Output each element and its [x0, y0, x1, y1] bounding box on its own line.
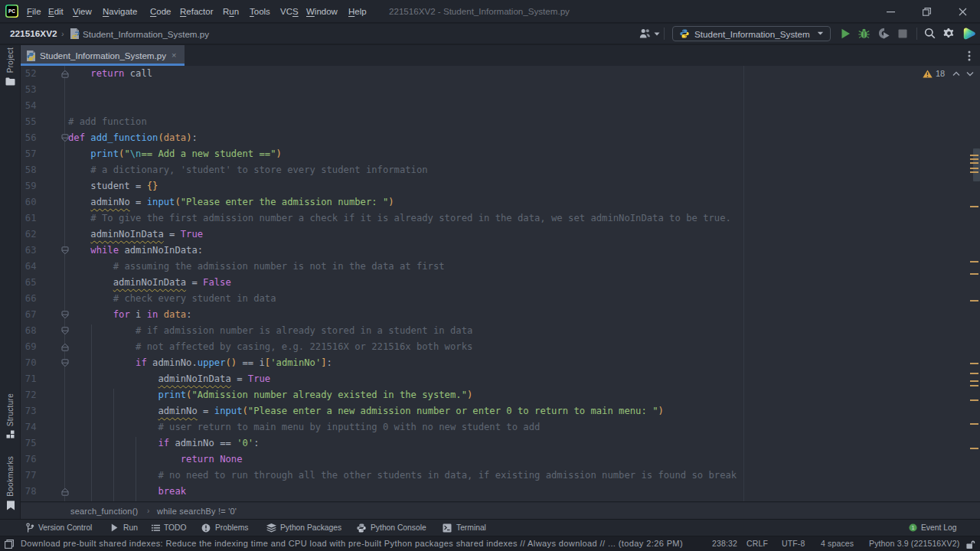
- code-line-77[interactable]: 77 # no need to run through all the othe…: [21, 468, 980, 484]
- line-number-54[interactable]: 54: [21, 98, 37, 114]
- fold-marker-start-70[interactable]: [61, 359, 69, 367]
- menu-file[interactable]: File: [27, 0, 41, 23]
- tab-student-information-system[interactable]: Student_Information_System.py ×: [21, 45, 185, 66]
- fold-marker-start-56[interactable]: [61, 134, 69, 142]
- settings-gear-icon[interactable]: [943, 28, 955, 39]
- sidebar-item-bookmarks[interactable]: Bookmarks: [0, 456, 21, 510]
- code-line-69[interactable]: 69 # not affected by casing, e.g. 221516…: [21, 339, 980, 355]
- menu-edit[interactable]: Edit: [48, 0, 64, 23]
- line-number-58[interactable]: 58: [21, 162, 37, 178]
- fold-marker-end-69[interactable]: [61, 343, 69, 351]
- restore-button[interactable]: [913, 0, 939, 23]
- menu-vcs[interactable]: VCS: [280, 0, 299, 23]
- code-line-66[interactable]: 66 # check every student in data: [21, 291, 980, 307]
- line-number-61[interactable]: 61: [21, 210, 37, 227]
- debug-button[interactable]: [858, 28, 870, 39]
- line-number-63[interactable]: 63: [21, 243, 37, 259]
- more-options-icon[interactable]: [968, 51, 971, 61]
- inspections-widget[interactable]: 18: [923, 69, 974, 78]
- line-number-69[interactable]: 69: [21, 339, 37, 355]
- menu-tools[interactable]: Tools: [250, 0, 270, 23]
- code-line-72[interactable]: 72 print("Admission number already exist…: [21, 387, 980, 403]
- line-number-52[interactable]: 52: [21, 66, 37, 82]
- code-line-73[interactable]: 73 adminNo = input("Please enter a new a…: [21, 403, 980, 419]
- fold-marker-start-68[interactable]: [61, 327, 69, 335]
- line-number-55[interactable]: 55: [21, 114, 37, 130]
- notification-window-icon[interactable]: [5, 540, 14, 549]
- code-line-67[interactable]: 67 for i in data:: [21, 307, 980, 323]
- status-message[interactable]: Download pre-built shared indexes: Reduc…: [21, 536, 683, 551]
- toolwindow-button-problems[interactable]: Problems: [201, 520, 249, 536]
- fold-marker-end-78[interactable]: [61, 487, 69, 496]
- menu-help[interactable]: Help: [348, 0, 367, 23]
- breadcrumb-item-0[interactable]: search_function(): [70, 503, 138, 520]
- close-window-button[interactable]: [949, 0, 975, 23]
- code-line-56[interactable]: 56def add_function(data):: [21, 130, 980, 146]
- line-number-60[interactable]: 60: [21, 194, 37, 210]
- toolwindow-button-todo[interactable]: TODO: [152, 520, 187, 536]
- status-widget-file-encoding[interactable]: UTF-8: [782, 536, 805, 551]
- code-line-70[interactable]: 70 if adminNo.upper() == i['adminNo']:: [21, 355, 980, 371]
- line-number-72[interactable]: 72: [21, 387, 37, 403]
- line-number-73[interactable]: 73: [21, 403, 37, 419]
- code-line-75[interactable]: 75 if adminNo == '0':: [21, 435, 980, 452]
- unlocked-padlock-icon[interactable]: [965, 540, 975, 549]
- tab-close-icon[interactable]: ×: [172, 51, 176, 60]
- code-line-54[interactable]: 54: [21, 98, 980, 114]
- code-line-53[interactable]: 53: [21, 82, 980, 98]
- breadcrumb-project[interactable]: 221516XV2: [10, 24, 57, 44]
- code-line-63[interactable]: 63 while adminNoInData:: [21, 243, 980, 259]
- code-line-76[interactable]: 76 return None: [21, 452, 980, 468]
- code-line-52[interactable]: 52 return call: [21, 66, 980, 82]
- code-line-58[interactable]: 58 # a dictionary, 'student' to store ev…: [21, 162, 980, 178]
- sidebar-item-structure[interactable]: Structure: [0, 393, 21, 439]
- menu-window[interactable]: Window: [306, 0, 338, 23]
- menu-refactor[interactable]: Refactor: [180, 0, 213, 23]
- code-line-65[interactable]: 65 adminNoInData = False: [21, 275, 980, 291]
- menu-navigate[interactable]: Navigate: [103, 0, 137, 23]
- minimize-button[interactable]: [877, 0, 903, 23]
- code-line-59[interactable]: 59 student = {}: [21, 178, 980, 194]
- toolwindow-button-python-console[interactable]: Python Console: [357, 520, 426, 536]
- code-line-61[interactable]: 61 # To give the first admission number …: [21, 210, 980, 227]
- line-number-77[interactable]: 77: [21, 468, 37, 484]
- space-plugin-icon[interactable]: [962, 27, 976, 41]
- code-line-64[interactable]: 64 # assuming the admission number is no…: [21, 259, 980, 275]
- code-line-71[interactable]: 71 adminNoInData = True: [21, 371, 980, 387]
- line-number-71[interactable]: 71: [21, 371, 37, 387]
- menu-run[interactable]: Run: [223, 0, 239, 23]
- code-editor[interactable]: 52 return call535455# add function56def …: [21, 66, 980, 501]
- breadcrumb-file[interactable]: Student_Information_System.py: [83, 24, 209, 44]
- next-problem-icon[interactable]: [966, 71, 974, 77]
- run-button[interactable]: [841, 28, 851, 39]
- code-line-78[interactable]: 78 break: [21, 484, 980, 500]
- users-icon[interactable]: [639, 28, 660, 39]
- scrollbar-thumb[interactable]: [973, 148, 980, 181]
- toolwindow-button-event-log[interactable]: 1Event Log: [909, 520, 956, 536]
- toolwindow-button-terminal[interactable]: Terminal: [443, 520, 486, 536]
- line-number-56[interactable]: 56: [21, 130, 37, 146]
- toolwindow-button-version-control[interactable]: Version Control: [26, 520, 92, 536]
- breadcrumb-item-1[interactable]: while searchBy != '0': [157, 503, 237, 520]
- prev-problem-icon[interactable]: [952, 71, 960, 77]
- line-number-76[interactable]: 76: [21, 452, 37, 468]
- line-number-70[interactable]: 70: [21, 355, 37, 371]
- line-number-78[interactable]: 78: [21, 484, 37, 500]
- toolwindow-button-run[interactable]: Run: [111, 520, 138, 536]
- fold-marker-start-67[interactable]: [61, 311, 69, 319]
- status-widget-python-interpreter[interactable]: Python 3.9 (221516XV2): [869, 536, 959, 551]
- menu-view[interactable]: View: [73, 0, 92, 23]
- line-number-66[interactable]: 66: [21, 291, 37, 307]
- fold-marker-start-63[interactable]: [61, 246, 69, 255]
- sidebar-item-project[interactable]: Project: [0, 47, 21, 86]
- code-line-68[interactable]: 68 # if admission number is already stor…: [21, 323, 980, 339]
- search-everywhere-icon[interactable]: [924, 28, 936, 39]
- line-number-64[interactable]: 64: [21, 259, 37, 275]
- stop-button[interactable]: [898, 29, 907, 38]
- line-number-68[interactable]: 68: [21, 323, 37, 339]
- line-number-53[interactable]: 53: [21, 82, 37, 98]
- line-number-74[interactable]: 74: [21, 419, 37, 435]
- code-line-62[interactable]: 62 adminNoInData = True: [21, 227, 980, 243]
- status-widget-line-separator[interactable]: CRLF: [746, 536, 768, 551]
- menu-code[interactable]: Code: [150, 0, 172, 23]
